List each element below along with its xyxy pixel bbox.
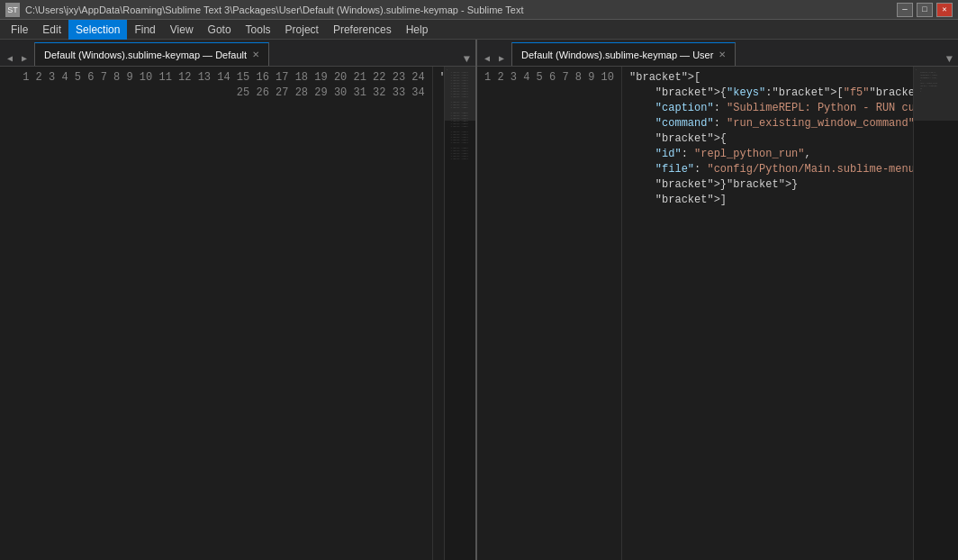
menu-edit[interactable]: Edit [35,20,68,40]
menu-project[interactable]: Project [278,20,326,40]
left-line-numbers: 1 2 3 4 5 6 7 8 9 10 11 12 13 14 15 16 1… [0,67,433,560]
right-tab-label: Default (Windows).sublime-keymap — User [521,50,713,60]
menu-find[interactable]: Find [127,20,162,40]
left-nav-prev[interactable]: ◀ [4,51,16,66]
editor-area: ◀ ▶ Default (Windows).sublime-keymap — D… [0,40,958,560]
menu-tools[interactable]: Tools [239,20,278,40]
left-minimap[interactable]: [ { "keys": ["ctrl { "keys": ["ctrl { "k… [444,67,475,560]
maximize-button[interactable]: □ [917,3,933,17]
left-code-content[interactable]: "bracket">[ "bracket">{ "keys": "bracket… [433,67,444,560]
menu-view[interactable]: View [163,20,201,40]
left-tab-dropdown[interactable]: ▼ [458,53,475,66]
left-nav-next[interactable]: ▶ [18,51,31,66]
left-tab-content: Default (Windows).sublime-keymap — Defau… [34,42,458,66]
right-code-area[interactable]: 1 2 3 4 5 6 7 8 9 10 "bracket">[ "bracke… [477,67,958,560]
right-tab-active[interactable]: Default (Windows).sublime-keymap — User … [511,42,736,66]
title-bar-left: ST C:\Users\jxy\AppData\Roaming\Sublime … [5,3,523,17]
app-icon: ST [5,3,20,17]
right-line-numbers: 1 2 3 4 5 6 7 8 9 10 [477,67,622,560]
menu-selection[interactable]: Selection [68,20,127,40]
right-tab-bar: ◀ ▶ Default (Windows).sublime-keymap — U… [477,40,958,67]
left-code-area[interactable]: 1 2 3 4 5 6 7 8 9 10 11 12 13 14 15 16 1… [0,67,475,560]
right-minimap-viewport [914,67,958,121]
menu-goto[interactable]: Goto [201,20,239,40]
right-tab-nav[interactable]: ◀ ▶ [477,51,511,66]
right-nav-prev[interactable]: ◀ [481,51,493,66]
window-controls[interactable]: ─ □ ✕ [897,3,953,17]
menu-bar: File Edit Selection Find View Goto Tools… [0,20,958,40]
title-bar: ST C:\Users\jxy\AppData\Roaming\Sublime … [0,0,958,20]
left-tab-bar: ◀ ▶ Default (Windows).sublime-keymap — D… [0,40,475,67]
right-tab-content: Default (Windows).sublime-keymap — User … [511,42,941,66]
close-button[interactable]: ✕ [936,3,953,17]
menu-help[interactable]: Help [399,20,436,40]
minimize-button[interactable]: ─ [897,3,913,17]
right-tab-dropdown[interactable]: ▼ [941,53,958,66]
left-tab-close[interactable]: ✕ [252,50,259,59]
right-code-content[interactable]: "bracket">[ "bracket">{"keys":"bracket">… [622,67,913,560]
left-pane: ◀ ▶ Default (Windows).sublime-keymap — D… [0,40,477,560]
left-tab-active[interactable]: Default (Windows).sublime-keymap — Defau… [34,42,269,66]
menu-preferences[interactable]: Preferences [326,20,399,40]
right-nav-next[interactable]: ▶ [495,51,508,66]
left-tab-label: Default (Windows).sublime-keymap — Defau… [44,50,247,60]
window-title: C:\Users\jxy\AppData\Roaming\Sublime Tex… [25,5,523,15]
menu-file[interactable]: File [4,20,35,40]
left-tab-nav[interactable]: ◀ ▶ [0,51,34,66]
right-minimap[interactable]: [ {"keys":["f5"], "caption": "Subl "comm… [913,67,958,560]
right-pane: ◀ ▶ Default (Windows).sublime-keymap — U… [477,40,958,560]
left-minimap-viewport [445,67,475,121]
right-tab-close[interactable]: ✕ [718,50,726,59]
